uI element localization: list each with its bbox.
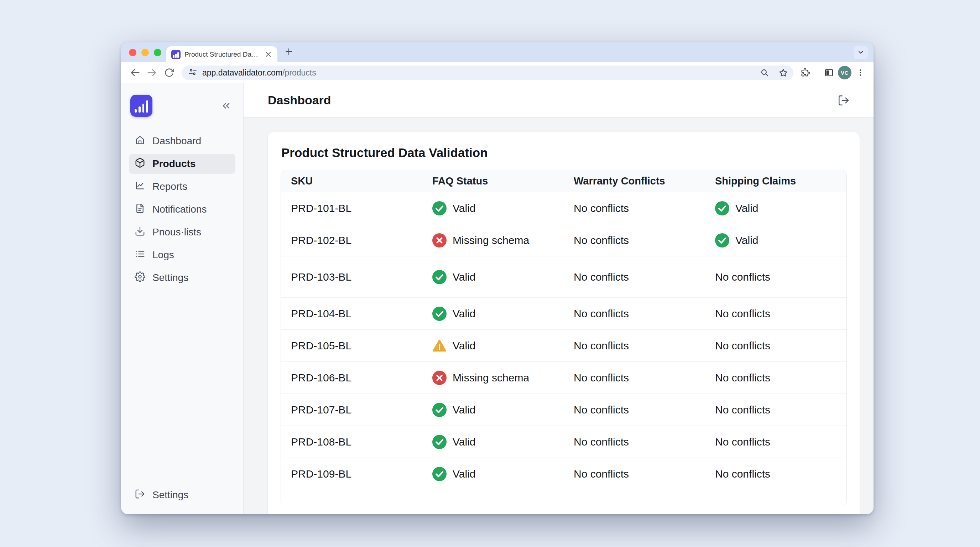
reload-button[interactable] xyxy=(162,65,177,80)
extensions-puzzle-icon[interactable] xyxy=(799,66,812,80)
gear-icon xyxy=(135,271,145,285)
browser-toolbar: app.datavalidator.com/products VC xyxy=(121,62,873,83)
sku-cell: PRD-101-BL xyxy=(281,202,422,215)
sidebar: Dashboard Products Reports Notifications xyxy=(121,83,243,514)
sku-cell: PRD-106-BL xyxy=(281,372,422,384)
sku-cell: PRD-105-BL xyxy=(281,340,422,352)
faq-status-cell: Valid xyxy=(422,307,564,321)
header-logout-icon[interactable] xyxy=(836,92,851,108)
sidebar-collapse-button[interactable] xyxy=(218,98,234,114)
sidebar-item-reports[interactable]: Reports xyxy=(129,177,235,197)
table-row: PRD-108-BL Valid No conflicts No conflic… xyxy=(281,426,846,458)
sku-cell: PRD-108-BL xyxy=(281,436,422,448)
browser-window: Product Structured Data Valid xyxy=(121,42,873,514)
logout-icon xyxy=(135,488,145,502)
shipping-claims-cell: Valid xyxy=(705,201,846,215)
shipping-claims-cell: No conflicts xyxy=(705,436,846,448)
bookmark-star-icon[interactable] xyxy=(776,66,790,80)
close-window-button[interactable] xyxy=(129,49,137,56)
faq-status-cell: Valid xyxy=(422,339,564,353)
desktop-background: Product Structured Data Valid xyxy=(0,0,980,547)
table-row: PRD-106-BL Missing schema No conflicts N… xyxy=(281,362,846,394)
sidebar-item-notifications[interactable]: Notifications xyxy=(129,199,235,219)
table-row: PRD-101-BL Valid No conflicts Valid xyxy=(281,192,846,224)
faq-status-cell: Missing schema xyxy=(422,233,564,248)
back-button[interactable] xyxy=(127,65,142,80)
sidebar-item-settings[interactable]: Settings xyxy=(129,268,235,288)
shipping-claims-cell: Valid xyxy=(705,233,846,248)
sidebar-item-products[interactable]: Products xyxy=(129,154,235,174)
sidebar-nav: Dashboard Products Reports Notifications xyxy=(129,131,235,288)
page-title: Dashboard xyxy=(268,93,331,107)
table-footer-strip xyxy=(281,490,846,505)
site-info-tune-icon[interactable] xyxy=(188,67,197,78)
url-text: app.datavalidator.com/products xyxy=(202,68,753,78)
column-header-warranty-conflicts: Warranty Conflicts xyxy=(564,175,705,187)
download-icon xyxy=(135,226,145,239)
sku-cell: PRD-104-BL xyxy=(281,308,422,320)
warranty-conflicts-cell: No conflicts xyxy=(564,468,705,480)
sidebar-footer-settings[interactable]: Settings xyxy=(129,485,235,505)
forward-button[interactable] xyxy=(145,65,159,80)
faq-status-cell: Valid xyxy=(422,270,564,284)
shipping-claims-cell: No conflicts xyxy=(705,308,846,320)
tab-search-chevron-button[interactable] xyxy=(854,46,868,59)
valid-check-icon xyxy=(432,270,447,284)
shipping-claims-cell: No conflicts xyxy=(705,404,846,416)
chart-icon xyxy=(135,180,145,193)
warranty-conflicts-cell: No conflicts xyxy=(564,271,705,283)
faq-status-cell: Valid xyxy=(422,435,564,449)
warranty-conflicts-cell: No conflicts xyxy=(564,404,705,416)
search-icon[interactable] xyxy=(758,66,771,80)
zoom-window-button[interactable] xyxy=(154,49,161,56)
column-header-shipping-claims: Shipping Claims xyxy=(705,175,846,187)
sidebar-item-dashboard[interactable]: Dashboard xyxy=(129,131,235,151)
tab-close-icon[interactable] xyxy=(263,49,273,59)
file-text-icon xyxy=(135,203,145,216)
valid-check-icon xyxy=(432,435,447,449)
faq-status-cell: Valid xyxy=(422,403,564,417)
warranty-conflicts-cell: No conflicts xyxy=(564,202,705,215)
table-row: PRD-102-BL Missing schema No conflicts V… xyxy=(281,224,846,256)
app-logo-icon xyxy=(130,95,153,117)
browser-menu-dots-icon[interactable] xyxy=(854,66,867,80)
main-area: Dashboard Product Structured Data Valida… xyxy=(243,83,873,514)
error-x-icon xyxy=(432,371,447,385)
tab-strip: Product Structured Data Valid xyxy=(121,42,873,62)
valid-check-icon xyxy=(432,403,447,417)
sku-cell: PRD-107-BL xyxy=(281,404,422,416)
shipping-claims-cell: No conflicts xyxy=(705,340,846,352)
validation-card: Product Structured Data Validation SKU F… xyxy=(267,132,860,514)
toolbar-divider xyxy=(817,67,817,78)
table-body: PRD-101-BL Valid No conflicts Valid PRD-… xyxy=(281,192,846,490)
warranty-conflicts-cell: No conflicts xyxy=(564,436,705,448)
warning-triangle-icon xyxy=(432,339,447,353)
table-row: PRD-104-BL Valid No conflicts No conflic… xyxy=(281,298,846,330)
sku-cell: PRD-103-BL xyxy=(281,271,422,283)
warranty-conflicts-cell: No conflicts xyxy=(564,340,705,352)
shipping-claims-cell: No conflicts xyxy=(705,271,846,283)
box-icon xyxy=(135,157,145,170)
table-row: PRD-109-BL Valid No conflicts No conflic… xyxy=(281,458,846,490)
sidebar-item-logs[interactable]: Logs xyxy=(129,245,235,265)
content-area: Product Structured Data Validation SKU F… xyxy=(243,118,873,514)
minimize-window-button[interactable] xyxy=(142,49,149,56)
table-header-row: SKU FAQ Status Warranty Conflicts Shippi… xyxy=(281,170,846,192)
browser-tab[interactable]: Product Structured Data Valid xyxy=(166,46,277,62)
valid-check-icon xyxy=(432,307,447,321)
side-panel-icon[interactable] xyxy=(822,66,836,80)
faq-status-cell: Missing schema xyxy=(422,371,564,385)
new-tab-button[interactable] xyxy=(282,45,296,59)
sku-cell: PRD-102-BL xyxy=(281,234,422,246)
valid-check-icon xyxy=(432,467,447,481)
warranty-conflicts-cell: No conflicts xyxy=(564,234,705,246)
url-bar[interactable]: app.datavalidator.com/products xyxy=(181,65,794,80)
faq-status-cell: Valid xyxy=(422,201,564,215)
shipping-claims-cell: No conflicts xyxy=(705,468,846,480)
sku-cell: PRD-109-BL xyxy=(281,468,422,480)
sidebar-item-pnous-lists[interactable]: Pnous·lists xyxy=(129,222,235,242)
profile-avatar[interactable]: VC xyxy=(838,66,851,80)
site-favicon-icon xyxy=(171,50,181,59)
faq-status-cell: Valid xyxy=(422,467,564,481)
valid-check-icon xyxy=(432,201,447,215)
